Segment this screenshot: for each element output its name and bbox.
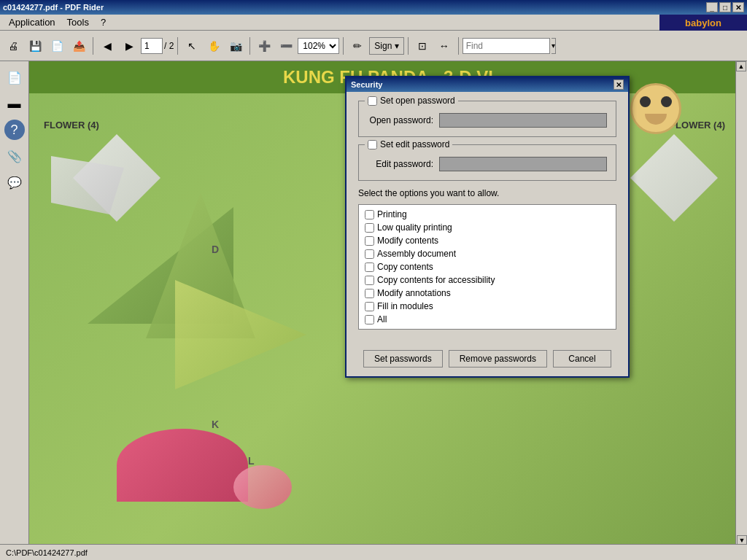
edit-password-section: Set edit password Edit password: [358, 144, 616, 181]
separator-3 [249, 37, 250, 55]
pink-flower-bottom [117, 429, 248, 502]
separator-4 [343, 37, 344, 55]
separator-6 [458, 37, 459, 55]
open-password-field-label: Open password: [368, 115, 433, 125]
perm-copy-contents: Copy contents [365, 260, 610, 273]
sidebar-icon-info[interactable]: ? [4, 120, 25, 140]
perm-modify-annotations-label: Modify annotations [377, 288, 451, 298]
minimize-button[interactable]: _ [706, 2, 718, 12]
separator-1 [93, 37, 93, 55]
snapshot-button[interactable]: 📷 [225, 36, 246, 56]
page-separator: / 2 [164, 41, 174, 51]
perm-copy-accessibility-checkbox[interactable] [365, 276, 374, 285]
perm-fill-modules: Fill in modules [365, 300, 610, 313]
flower-left-label: FLOWER (4) [44, 120, 99, 131]
sidebar-icon-attachments[interactable]: 📎 [4, 146, 25, 166]
flower-shape-right [630, 134, 718, 222]
menu-bar: Application Tools ? babylon [0, 15, 747, 31]
perm-copy-accessibility: Copy contents for accessibility [365, 273, 610, 287]
permissions-list: Printing Low quality printing Modify con… [358, 204, 616, 330]
remove-passwords-button[interactable]: Remove passwords [449, 350, 547, 368]
find-input[interactable] [462, 38, 550, 54]
maximize-button[interactable]: □ [719, 2, 731, 12]
open-password-label: Set open password [380, 96, 455, 106]
dialog-body: Set open password Open password: Set edi… [347, 92, 628, 344]
edit-password-checkbox[interactable] [368, 140, 377, 149]
permissions-section: Select the options you want to allow. Pr… [358, 188, 616, 330]
status-bar: C:\PDF\c01424277.pdf [0, 544, 747, 560]
select-tool-button[interactable]: ↖ [182, 36, 202, 56]
dialog-title-bar: Security ✕ [347, 77, 628, 92]
open-password-title: Set open password [365, 96, 458, 106]
perm-modify-annotations: Modify annotations [365, 287, 610, 300]
perm-low-quality: Low quality printing [365, 221, 610, 234]
sidebar-icon-new[interactable]: 📄 [4, 67, 25, 88]
find-dropdown-button[interactable]: ▾ [551, 38, 556, 54]
sidebar-icon-comments[interactable]: 💬 [4, 172, 25, 192]
page-input[interactable] [141, 38, 163, 54]
zoom-dropdown[interactable]: 102% 75% 100% 125% 150% [298, 38, 339, 54]
perm-all-checkbox[interactable] [365, 315, 374, 324]
edit-password-input[interactable] [439, 157, 607, 171]
perm-low-quality-label: Low quality printing [377, 222, 452, 233]
scrollbar[interactable]: ▲ ▼ [735, 61, 747, 545]
main-area: 📄 ▬ ? 📎 💬 KUNG FU PANDA - 3-D VI FLOWER … [0, 61, 747, 545]
zoom-out-button[interactable]: ➖ [276, 36, 296, 56]
perm-modify-contents-checkbox[interactable] [365, 236, 374, 246]
perm-assembly-label: Assembly document [377, 249, 456, 259]
save-button[interactable]: 💾 [25, 36, 45, 56]
perm-printing-label: Printing [377, 209, 407, 219]
open-button[interactable]: 📄 [47, 36, 67, 56]
set-passwords-button[interactable]: Set passwords [363, 350, 443, 368]
print-button[interactable]: 🖨 [3, 36, 23, 56]
export-button[interactable]: 📤 [69, 36, 89, 56]
perm-assembly-checkbox[interactable] [365, 249, 374, 259]
edit-password-label: Set edit password [380, 139, 449, 149]
open-password-row: Open password: [368, 113, 607, 128]
tri-lower [175, 280, 306, 389]
pan-tool-button[interactable]: ✋ [204, 36, 224, 56]
scroll-up-button[interactable]: ▲ [736, 61, 746, 71]
fit-page-button[interactable]: ⊡ [412, 36, 433, 56]
perm-printing: Printing [365, 208, 610, 221]
perm-modify-annotations-checkbox[interactable] [365, 289, 374, 298]
forward-button[interactable]: ▶ [119, 36, 139, 56]
annotate-button[interactable]: ✏ [347, 36, 368, 56]
perm-assembly: Assembly document [365, 247, 610, 260]
perm-low-quality-checkbox[interactable] [365, 223, 374, 233]
perm-modify-contents: Modify contents [365, 234, 610, 247]
dialog-buttons: Set passwords Remove passwords Cancel [347, 344, 628, 376]
edit-password-title: Set edit password [365, 139, 452, 149]
label-l: L [248, 455, 255, 467]
cancel-button[interactable]: Cancel [553, 350, 611, 368]
panda-illustration [630, 83, 689, 141]
open-password-input[interactable] [439, 113, 607, 128]
sidebar-icon-bookmarks[interactable]: ▬ [4, 93, 25, 114]
separator-2 [177, 37, 178, 55]
sign-button[interactable]: Sign ▾ [369, 37, 403, 55]
open-password-checkbox[interactable] [368, 96, 377, 106]
perm-printing-checkbox[interactable] [365, 210, 374, 219]
zoom-in-button[interactable]: ➕ [254, 36, 274, 56]
window-title: c01424277.pdf - PDF Rider [3, 3, 104, 12]
close-button[interactable]: ✕ [732, 2, 744, 12]
separator-5 [408, 37, 409, 55]
status-path: C:\PDF\c01424277.pdf [6, 548, 88, 557]
menu-help[interactable]: ? [95, 15, 112, 29]
dialog-close-button[interactable]: ✕ [614, 79, 624, 90]
edit-password-row: Edit password: [368, 157, 607, 171]
label-k: K [212, 419, 219, 430]
perm-copy-contents-label: Copy contents [377, 262, 433, 272]
fit-width-button[interactable]: ↔ [434, 36, 454, 56]
menu-application[interactable]: Application [3, 15, 61, 29]
pink-accent [233, 465, 292, 509]
back-button[interactable]: ◀ [97, 36, 117, 56]
perm-copy-contents-checkbox[interactable] [365, 262, 374, 272]
title-bar-controls[interactable]: _ □ ✕ [706, 2, 744, 12]
perm-fill-modules-label: Fill in modules [377, 301, 433, 311]
babylon-logo: babylon [659, 15, 747, 31]
left-sidebar: 📄 ▬ ? 📎 💬 [0, 61, 29, 545]
perm-modify-contents-label: Modify contents [377, 236, 438, 246]
menu-tools[interactable]: Tools [61, 15, 95, 29]
perm-fill-modules-checkbox[interactable] [365, 302, 374, 311]
